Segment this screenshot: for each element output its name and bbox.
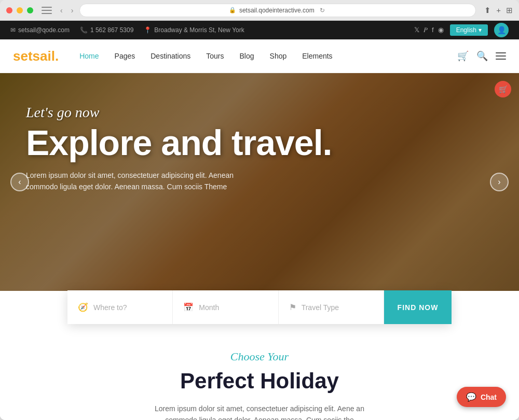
hero-section: Let's go now Explore and travel. Lorem i… [0,73,519,291]
browser-titlebar: ‹ › 🔒 setsail.qodeinteractive.com ↻ ⬆ + … [0,0,519,21]
chat-label: Chat [481,393,497,401]
browser-frame: ‹ › 🔒 setsail.qodeinteractive.com ↻ ⬆ + … [0,0,519,420]
nav-blog[interactable]: Blog [240,52,254,60]
menu-button[interactable] [496,52,506,60]
maximize-button[interactable] [27,7,33,13]
cart-badge[interactable]: 🛒 [495,81,511,97]
nav-tours[interactable]: Tours [206,52,224,60]
location-icon: 📍 [144,26,152,34]
top-bar-right: 𝕏 𝑃 f ◉ English ▾ 👤 [414,23,509,37]
nav-shop[interactable]: Shop [270,52,287,60]
phone-icon: 📞 [80,26,88,34]
logo-dot: . [55,48,59,64]
chat-button[interactable]: 💬 Chat [457,387,506,407]
where-field[interactable]: 🧭 Where to? [67,290,173,324]
forward-button[interactable]: › [69,5,76,16]
compass-icon: 🧭 [78,302,88,312]
hero-content: Let's go now Explore and travel. Lorem i… [0,73,519,193]
social-icons: 𝕏 𝑃 f ◉ [414,26,444,34]
pinterest-icon[interactable]: 𝑃 [424,26,428,34]
minimize-button[interactable] [17,7,23,13]
hero-title: Explore and travel. [26,125,493,160]
search-button[interactable]: 🔍 [476,50,488,62]
language-label: English [456,26,476,34]
top-bar-left: ✉ setsail@qode.com 📞 1 562 867 5309 📍 Br… [10,26,244,34]
user-icon: 👤 [497,26,506,34]
find-now-button[interactable]: FIND NOW [384,290,452,324]
website-content: ✉ setsail@qode.com 📞 1 562 867 5309 📍 Br… [0,21,519,420]
email-info: ✉ setsail@qode.com [10,26,70,34]
twitter-icon[interactable]: 𝕏 [414,26,419,34]
url-text: setsail.qodeinteractive.com [239,7,315,14]
nav-destinations[interactable]: Destinations [151,52,190,60]
cart-button[interactable]: 🛒 [457,50,469,62]
phone-info: 📞 1 562 867 5309 [80,26,133,34]
browser-actions: ⬆ + ⊞ [484,6,513,15]
logo[interactable]: setsail. [13,48,59,64]
travel-type-field[interactable]: ⚑ Travel Type [279,290,384,324]
nav-home[interactable]: Home [79,52,99,60]
chat-icon: 💬 [466,392,476,402]
address-info: 📍 Broadway & Morris St, New York [144,26,244,34]
hero-prev-button[interactable]: ‹ [10,173,29,191]
section-subtitle: Choose Your [10,350,509,363]
holiday-section: Choose Your Perfect Holiday Lorem ipsum … [0,324,519,420]
nav-elements[interactable]: Elements [302,52,332,60]
facebook-icon[interactable]: f [432,26,434,34]
email-icon: ✉ [10,26,16,34]
hero-next-button[interactable]: › [490,173,509,191]
language-button[interactable]: English ▾ [450,24,488,36]
nav-icons: 🛒 🔍 [457,50,506,62]
filter-icon: ⚑ [289,302,296,312]
calendar-icon: 📅 [183,302,194,312]
top-bar: ✉ setsail@qode.com 📞 1 562 867 5309 📍 Br… [0,21,519,39]
dropdown-arrow: ▾ [479,26,482,34]
where-placeholder: Where to? [93,303,127,312]
sidebar-toggle[interactable] [42,7,52,14]
month-field[interactable]: 📅 Month [173,290,278,324]
section-description: Lorem ipsum dolor sit amet, consectetuer… [148,403,371,420]
nav-links: Home Pages Destinations Tours Blog Shop … [79,52,457,60]
travel-type-placeholder: Travel Type [302,303,339,312]
tabs-button[interactable]: ⊞ [506,6,513,15]
hero-description: Lorem ipsum dolor sit amet, consectetuer… [26,170,249,193]
close-button[interactable] [6,7,12,13]
navbar: setsail. Home Pages Destinations Tours B… [0,39,519,73]
section-title: Perfect Holiday [10,369,509,394]
back-button[interactable]: ‹ [58,5,65,16]
share-button[interactable]: ⬆ [484,6,491,15]
reload-button[interactable]: ↻ [318,6,327,15]
phone-text: 1 562 867 5309 [90,26,133,34]
month-placeholder: Month [199,303,219,312]
logo-text: setsail [13,48,55,64]
nav-pages[interactable]: Pages [115,52,135,60]
new-tab-button[interactable]: + [496,6,501,15]
hero-tagline: Let's go now [26,104,493,121]
instagram-icon[interactable]: ◉ [438,26,444,34]
address-text: Broadway & Morris St, New York [154,26,244,34]
browser-controls: ‹ › [42,5,75,16]
search-bar: 🧭 Where to? 📅 Month ⚑ Travel Type FIND N… [67,290,452,324]
user-button[interactable]: 👤 [494,23,509,37]
ssl-icon: 🔒 [229,7,236,13]
email-text: setsail@qode.com [18,26,70,34]
address-bar[interactable]: 🔒 setsail.qodeinteractive.com ↻ [79,4,476,17]
